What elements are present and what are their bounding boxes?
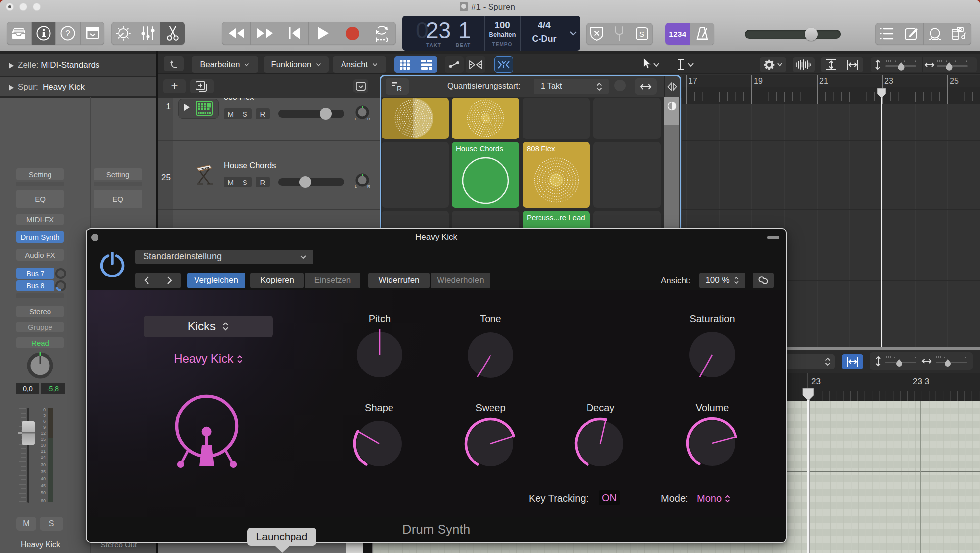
svg-text:S: S xyxy=(639,30,644,38)
svg-text:9: 9 xyxy=(43,425,46,430)
svg-text:21: 21 xyxy=(41,449,46,454)
svg-text:3: 3 xyxy=(43,413,46,418)
svg-text:45: 45 xyxy=(41,483,46,488)
svg-text:12: 12 xyxy=(41,431,46,436)
svg-text:24: 24 xyxy=(41,455,46,460)
svg-text:?: ? xyxy=(66,29,70,38)
svg-text:50: 50 xyxy=(41,490,46,495)
svg-text:35: 35 xyxy=(41,469,46,474)
svg-text:18: 18 xyxy=(41,443,46,448)
svg-text:L: L xyxy=(355,184,357,189)
svg-text:0: 0 xyxy=(43,407,46,412)
svg-text:R: R xyxy=(367,117,370,121)
svg-text:15: 15 xyxy=(41,437,46,442)
svg-text:60: 60 xyxy=(41,498,46,503)
svg-text:30: 30 xyxy=(41,462,46,467)
svg-text:6: 6 xyxy=(43,419,46,424)
svg-text:L: L xyxy=(355,117,357,121)
svg-text:R: R xyxy=(367,184,370,189)
svg-text:40: 40 xyxy=(41,476,46,481)
